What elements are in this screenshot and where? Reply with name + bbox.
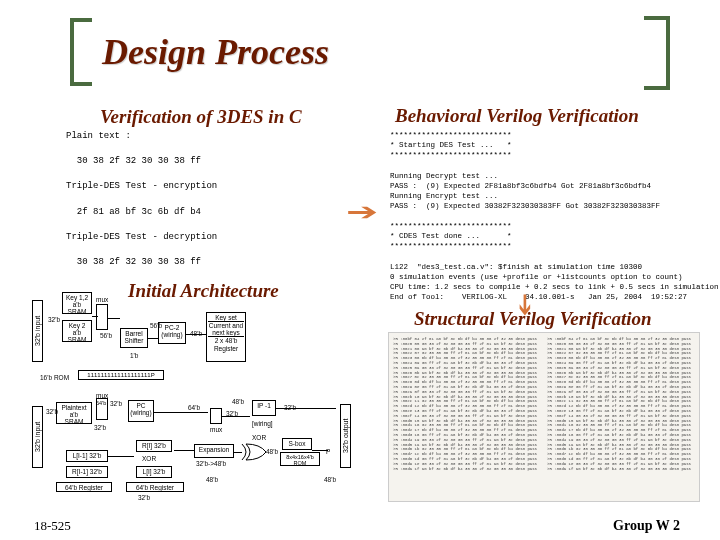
block-key2: Key 2 a'b SRAM <box>62 320 92 342</box>
block-reg64-a: 64'b Register <box>56 482 112 492</box>
block-pc2: PC-2 (wiring) <box>158 322 186 344</box>
title-bar: Design Process <box>70 18 329 86</box>
label-64b-2: 64'b <box>188 404 200 411</box>
block-expansion: Expansion <box>194 444 234 458</box>
block-ri: R[I] 32'b <box>136 440 172 452</box>
block-reg64-b: 64'b Register <box>126 482 184 492</box>
label-32b-7: 32'b <box>138 494 150 501</box>
label-curnext: Current and next keys <box>208 322 244 336</box>
block-barrel-shifter: Barrel Shifter <box>120 328 148 348</box>
label-sram-3: SRAM <box>58 418 90 425</box>
heading-initial-arch: Initial Architecture <box>128 280 279 302</box>
block-keyset: Key set Current and next keys 2 x 48'b R… <box>206 312 246 362</box>
label-mux-1: mux <box>96 296 108 303</box>
arrow-right-icon: ➔ <box>346 198 378 226</box>
label-32b-4: 32'b <box>94 424 106 431</box>
label-56b-1: 56'b <box>100 332 112 339</box>
block-rom-pattern: 1111111111111111111P <box>78 370 164 380</box>
label-key12: Key 1,2 <box>64 294 90 301</box>
sim-col-2: >R :38bf 04 2f 81 a8 bf 3c 6b df b4 30 3… <box>547 337 697 497</box>
label-48b-4: 48'b <box>206 476 218 483</box>
block-sbox-rom: 8x4x16x4'b ROM <box>280 452 320 466</box>
block-r-prev: R[I-1] 32'b <box>66 466 108 478</box>
label-32b-2: 32'b <box>46 408 58 415</box>
block-mux-3 <box>210 408 222 424</box>
label-32to48: 32'b->48'b <box>196 460 226 467</box>
label-32b-3: 32'b <box>110 400 122 407</box>
label-wiring: [wiring] <box>252 420 273 427</box>
label-48b-2: 48'b <box>232 398 244 405</box>
label-xor-2: XOR <box>252 434 266 441</box>
block-plaintext: Plaintext a'b SRAM <box>56 402 92 424</box>
block-key12: Key 1,2 a'b SRAM <box>62 292 92 314</box>
page-title: Design Process <box>102 31 329 73</box>
bracket-right-icon <box>644 16 670 90</box>
label-output: 32'b output <box>340 404 351 468</box>
bracket-left-icon <box>70 18 92 86</box>
label-mux-2: mux <box>96 392 108 399</box>
sim-col-1: >R :38bf 04 2f 81 a8 bf 3c 6b df b4 30 3… <box>393 337 543 497</box>
label-1b: 1'b <box>130 352 138 359</box>
block-mux-1 <box>96 304 108 330</box>
block-ip1: IP -1 <box>252 400 276 416</box>
footer-left: 18-525 <box>34 518 71 534</box>
heading-behavioral-verilog: Behavioral Verilog Verification <box>395 105 639 127</box>
label-ab-3: a'b <box>58 411 90 418</box>
heading-verification-c: Verification of 3DES in C <box>100 106 302 128</box>
label-ab-1: a'b <box>64 301 90 308</box>
label-48b-3: 48'b <box>266 448 278 455</box>
label-keyset: Key set <box>208 314 244 322</box>
label-32b-1: 32'b <box>48 316 60 323</box>
block-li: L[I] 32'b <box>136 466 172 478</box>
xor-gate-icon <box>240 442 268 462</box>
terminal-c-output: Plain text : 30 38 2f 32 30 30 38 ff Tri… <box>66 130 356 269</box>
terminal-verilog-output: *************************** * Starting D… <box>390 130 690 302</box>
label-plaintext: Plaintext <box>58 404 90 411</box>
label-input-2: 32'b input <box>32 406 43 468</box>
label-key2: Key 2 <box>64 322 90 329</box>
label-sram-1: SRAM <box>64 308 90 315</box>
block-pc: PC (wiring) <box>128 400 154 422</box>
label-xor-1: XOR <box>142 455 156 462</box>
slide: Design Process Verification of 3DES in C… <box>0 0 720 540</box>
label-sram-2: SRAM <box>64 336 90 343</box>
label-mux-3: mux <box>210 426 222 433</box>
footer-right: Group W 2 <box>613 518 680 534</box>
label-input-1: 32'b input <box>32 300 43 362</box>
label-48b-5: 48'b <box>324 476 336 483</box>
arrow-down-icon: ➔ <box>512 293 538 316</box>
label-ab-2: a'b <box>64 329 90 336</box>
label-rom16: 16'b ROM <box>40 374 69 381</box>
label-56b-2: 56'b <box>150 322 162 329</box>
label-reg48x2: 2 x 48'b Register <box>208 336 244 351</box>
label-64b-1: 64'b <box>96 400 106 406</box>
architecture-diagram: 32'b input 32'b input 32'b output Key 1,… <box>34 300 364 500</box>
block-sbox: S-box <box>282 438 312 450</box>
structural-sim-screenshot: >R :38bf 04 2f 81 a8 bf 3c 6b df b4 30 3… <box>388 332 700 502</box>
block-l-prev: L[I-1] 32'b <box>66 450 108 462</box>
